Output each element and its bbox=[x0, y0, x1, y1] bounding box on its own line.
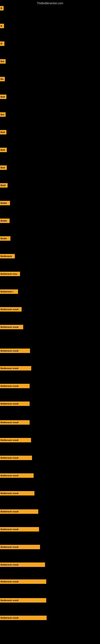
bar-label: Bottleneck result bbox=[0, 616, 47, 620]
bar-item: Bott bbox=[0, 166, 7, 170]
bar-label: Bottleneck result bbox=[0, 456, 32, 460]
bar-item: Bottleneck result bbox=[0, 473, 34, 478]
bar-label: Bott bbox=[0, 94, 6, 99]
bar-item: Bottleneck result bbox=[0, 325, 23, 329]
bar-label: Bot bbox=[0, 112, 6, 117]
bar-item: Bottle bbox=[0, 218, 10, 223]
bar-label: Bottleneck r bbox=[0, 290, 18, 294]
bar-item: Bottleneck r bbox=[0, 290, 18, 294]
bar-item: Bottleneck result bbox=[0, 348, 30, 353]
bar-item: Bottleneck result bbox=[0, 562, 45, 567]
bar-item: Bottleneck result bbox=[0, 366, 31, 370]
bar-label: Bottle bbox=[0, 236, 10, 241]
bar-label: Bott bbox=[0, 130, 6, 134]
bar-item: Bottleneck result bbox=[0, 456, 32, 460]
bar-label: Bottleneck result bbox=[0, 402, 30, 406]
bar-item: B bbox=[0, 6, 3, 10]
bar-label: Bottle bbox=[0, 218, 10, 223]
bar-item: B bbox=[0, 24, 4, 28]
bar-label: Bottleneck bbox=[0, 254, 15, 258]
bar-item: Bott bbox=[0, 94, 6, 99]
bar-item: Bottleneck result bbox=[0, 509, 38, 514]
bar-label: Bottleneck result bbox=[0, 491, 34, 496]
bar-item: Bottleneck result bbox=[0, 307, 22, 312]
bar-label: Bottleneck resu bbox=[0, 272, 20, 276]
bar-label: B bbox=[0, 42, 4, 46]
bar-label: Bott bbox=[0, 148, 7, 152]
bar-label: Bottleneck result bbox=[0, 438, 31, 442]
bar-item: Bot bbox=[0, 59, 6, 64]
bar-item: Bottleneck result bbox=[0, 491, 34, 496]
bar-item: Bottl bbox=[0, 183, 8, 188]
bar-item: Bottleneck result bbox=[0, 527, 39, 532]
bar-item: Bottleneck resu bbox=[0, 272, 20, 276]
bar-item: Bottleneck result bbox=[0, 438, 31, 442]
bar-label: Bottleneck result bbox=[0, 562, 45, 567]
bar-item: Bottleneck bbox=[0, 254, 15, 258]
bar-label: Bottleneck result bbox=[0, 473, 34, 478]
bar-item: Bott bbox=[0, 148, 7, 152]
bar-label: Bo bbox=[0, 77, 5, 81]
bar-label: Bottleneck result bbox=[0, 384, 30, 388]
bar-item: Bottle bbox=[0, 201, 10, 205]
bar-label: Bottleneck result bbox=[0, 307, 22, 312]
bar-label: Bott bbox=[0, 166, 7, 170]
bar-item: Bottleneck result bbox=[0, 384, 30, 388]
bar-item: Bott bbox=[0, 130, 6, 134]
bar-label: Bottleneck result bbox=[0, 420, 30, 425]
bar-label: Bottleneck result bbox=[0, 509, 38, 514]
site-title: TheBottlenecker.com bbox=[0, 0, 100, 6]
bar-item: Bottleneck result bbox=[0, 616, 47, 620]
bar-item: Bo bbox=[0, 77, 5, 81]
bar-label: B bbox=[0, 24, 4, 28]
bar-item: Bot bbox=[0, 112, 6, 117]
bar-label: Bottle bbox=[0, 201, 10, 205]
bar-label: Bottl bbox=[0, 183, 8, 188]
bar-label: Bottleneck result bbox=[0, 366, 31, 370]
bar-item: Bottleneck result bbox=[0, 580, 46, 584]
bar-label: Bottleneck result bbox=[0, 348, 30, 353]
bar-item: Bottleneck result bbox=[0, 545, 40, 549]
bar-label: Bottleneck result bbox=[0, 580, 46, 584]
bar-label: Bottleneck result bbox=[0, 325, 23, 329]
bar-item: Bottleneck result bbox=[0, 402, 30, 406]
bar-label: Bottleneck result bbox=[0, 598, 46, 602]
bar-item: Bottleneck result bbox=[0, 420, 30, 425]
bar-label: Bottleneck result bbox=[0, 527, 39, 532]
bar-item: B bbox=[0, 42, 4, 46]
bar-label: Bottleneck result bbox=[0, 545, 40, 549]
bar-item: Bottle bbox=[0, 236, 10, 241]
bar-label: Bot bbox=[0, 59, 6, 64]
bar-item: Bottleneck result bbox=[0, 598, 46, 602]
bar-label: B bbox=[0, 6, 3, 10]
